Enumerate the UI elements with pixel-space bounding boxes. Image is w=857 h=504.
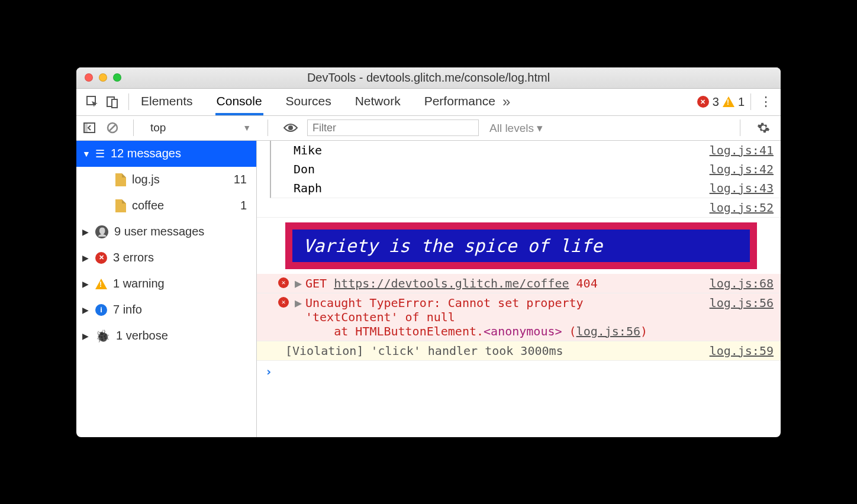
log-level-selector[interactable]: All levels ▾ bbox=[484, 121, 549, 135]
settings-icon[interactable] bbox=[751, 121, 776, 134]
file-count: 11 bbox=[234, 173, 250, 186]
sidebar-info[interactable]: ▶ 7 info bbox=[76, 297, 256, 323]
console-output: Mike log.js:41 Don log.js:42 Raph log.js… bbox=[257, 141, 781, 437]
clear-console-icon[interactable] bbox=[102, 118, 123, 138]
tab-network[interactable]: Network bbox=[354, 89, 402, 114]
error-icon bbox=[278, 277, 289, 288]
error-icon bbox=[95, 252, 107, 264]
info-icon bbox=[95, 304, 107, 316]
tabs-overflow-button[interactable]: » bbox=[497, 93, 516, 110]
source-link[interactable]: log.js:68 bbox=[710, 276, 774, 290]
file-icon bbox=[115, 173, 126, 186]
file-icon bbox=[115, 199, 126, 212]
sidebar-file-logjs[interactable]: log.js 11 bbox=[76, 167, 256, 193]
device-toggle-icon[interactable] bbox=[102, 92, 123, 112]
source-link[interactable]: log.js:56 bbox=[576, 324, 640, 338]
log-row[interactable]: Mike log.js:41 bbox=[270, 141, 781, 160]
sidebar-warnings[interactable]: ▶ 1 warning bbox=[76, 271, 256, 297]
source-link[interactable]: log.js:56 bbox=[710, 296, 774, 310]
chevron-right-icon: ▶ bbox=[82, 279, 89, 289]
sidebar-item-label: 3 errors bbox=[113, 251, 154, 264]
warning-icon bbox=[723, 96, 734, 107]
sidebar-file-coffee[interactable]: coffee 1 bbox=[76, 193, 256, 219]
warning-icon bbox=[95, 279, 107, 289]
chevron-right-icon: ▶ bbox=[82, 253, 89, 263]
bug-icon bbox=[95, 329, 110, 343]
error-icon bbox=[278, 297, 289, 308]
chevron-down-icon: ▼ bbox=[82, 149, 89, 159]
chevron-down-icon: ▼ bbox=[243, 123, 251, 133]
source-link[interactable]: log.js:59 bbox=[710, 344, 774, 358]
inspect-element-icon[interactable] bbox=[82, 92, 102, 112]
file-name: coffee bbox=[132, 199, 164, 212]
violation-text: [Violation] 'click' handler took 3000ms bbox=[285, 344, 563, 358]
sidebar-item-label: 7 info bbox=[113, 303, 142, 316]
sidebar-user-messages[interactable]: ▶ 9 user messages bbox=[76, 219, 256, 245]
svg-rect-4 bbox=[84, 123, 88, 133]
filter-input[interactable] bbox=[307, 119, 479, 136]
chevron-right-icon: ▶ bbox=[82, 331, 89, 341]
chevron-right-icon: ▶ bbox=[82, 305, 89, 315]
source-link[interactable]: log.js:41 bbox=[710, 143, 774, 157]
sidebar-item-label: 1 verbose bbox=[116, 329, 168, 343]
log-row[interactable]: log.js:52 bbox=[257, 198, 781, 218]
list-icon bbox=[95, 147, 105, 160]
log-text: Don bbox=[294, 162, 315, 176]
network-error-row[interactable]: ▶ GET https://devtools.glitch.me/coffee … bbox=[257, 274, 781, 293]
file-count: 1 bbox=[240, 199, 250, 212]
error-icon bbox=[697, 96, 709, 108]
exception-row[interactable]: ▶ Uncaught TypeError: Cannot set propert… bbox=[257, 293, 781, 341]
context-selector[interactable]: top ▼ bbox=[144, 121, 257, 134]
http-status: 404 bbox=[576, 276, 598, 290]
tab-console[interactable]: Console bbox=[215, 89, 263, 115]
tab-elements[interactable]: Elements bbox=[140, 89, 194, 114]
live-expression-icon[interactable] bbox=[279, 122, 302, 133]
devtools-window: DevTools - devtools.glitch.me/console/lo… bbox=[76, 67, 781, 437]
file-name: log.js bbox=[132, 173, 160, 186]
sidebar-verbose[interactable]: ▶ 1 verbose bbox=[76, 323, 256, 349]
svg-rect-2 bbox=[112, 99, 117, 108]
http-method: GET bbox=[305, 276, 327, 290]
log-row[interactable]: Raph log.js:43 bbox=[270, 179, 781, 198]
disclosure-icon[interactable]: ▶ bbox=[295, 276, 302, 290]
person-icon bbox=[95, 225, 108, 238]
chevron-right-icon: ▶ bbox=[82, 227, 89, 237]
sidebar-item-label: 1 warning bbox=[113, 277, 165, 290]
console-toolbar: top ▼ All levels ▾ bbox=[76, 116, 781, 141]
status-counts[interactable]: 3 1 bbox=[697, 95, 745, 109]
console-sidebar: ▼ 12 messages log.js 11 coffee 1 ▶ 9 use… bbox=[76, 141, 257, 437]
violation-row[interactable]: [Violation] 'click' handler took 3000ms … bbox=[257, 341, 781, 361]
sidebar-toggle-icon[interactable] bbox=[81, 119, 98, 136]
disclosure-icon[interactable]: ▶ bbox=[295, 296, 302, 310]
sidebar-messages-label: 12 messages bbox=[111, 147, 181, 160]
sidebar-item-label: 9 user messages bbox=[114, 225, 204, 238]
svg-line-6 bbox=[109, 124, 116, 131]
error-count: 3 bbox=[713, 95, 719, 109]
log-row[interactable]: Don log.js:42 bbox=[270, 160, 781, 179]
error-message: Uncaught TypeError: Cannot set property … bbox=[305, 296, 710, 338]
context-label: top bbox=[150, 121, 166, 134]
source-link[interactable]: log.js:42 bbox=[710, 162, 774, 176]
log-text: Mike bbox=[294, 143, 322, 157]
sidebar-errors[interactable]: ▶ 3 errors bbox=[76, 245, 256, 271]
source-link[interactable]: log.js:52 bbox=[710, 201, 774, 215]
tab-sources[interactable]: Sources bbox=[285, 89, 333, 114]
styled-log: Variety is the spice of life bbox=[285, 222, 757, 269]
window-title: DevTools - devtools.glitch.me/console/lo… bbox=[76, 71, 781, 85]
warning-count: 1 bbox=[738, 95, 745, 109]
svg-point-7 bbox=[288, 125, 293, 130]
tab-performance[interactable]: Performance bbox=[423, 89, 497, 114]
titlebar: DevTools - devtools.glitch.me/console/lo… bbox=[76, 67, 781, 89]
log-text: Raph bbox=[294, 181, 322, 195]
error-url[interactable]: https://devtools.glitch.me/coffee bbox=[334, 276, 569, 290]
source-link[interactable]: log.js:43 bbox=[710, 181, 774, 195]
devtools-menu-button[interactable]: ⋮ bbox=[757, 94, 775, 109]
devtools-tabs: Elements Console Sources Network Perform… bbox=[76, 89, 781, 116]
sidebar-messages[interactable]: ▼ 12 messages bbox=[76, 141, 256, 167]
console-prompt[interactable]: › bbox=[257, 361, 781, 382]
